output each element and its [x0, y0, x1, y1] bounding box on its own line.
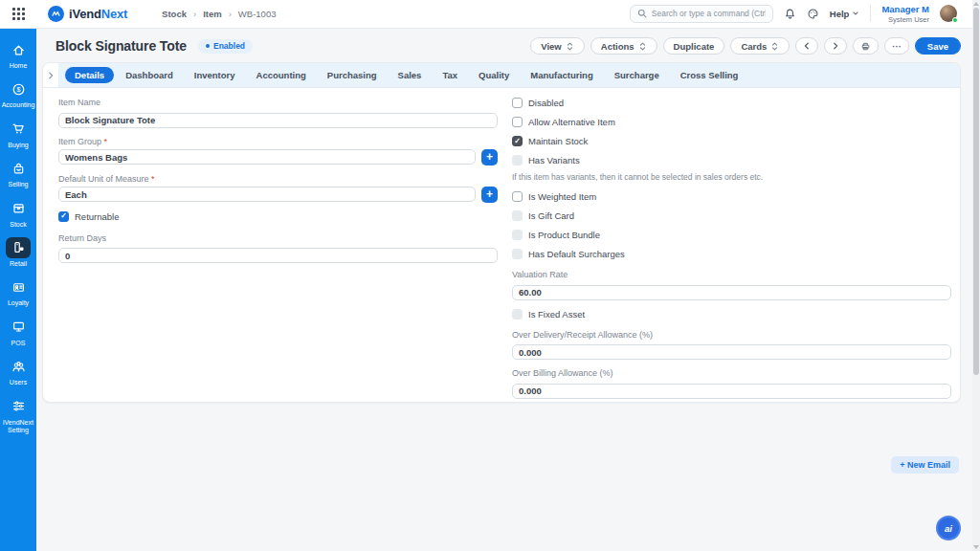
save-button[interactable]: Save: [915, 37, 961, 55]
sidebar-item-stock[interactable]: Stock: [0, 194, 36, 231]
sidebar-item-accounting[interactable]: $ Accounting: [0, 75, 36, 112]
tab-cross-selling[interactable]: Cross Selling: [671, 67, 748, 83]
sidebar-item-buying[interactable]: Buying: [0, 115, 36, 152]
theme-palette-icon[interactable]: [807, 8, 819, 20]
sidebar-item-pos[interactable]: POS: [0, 313, 36, 350]
tab-purchasing[interactable]: Purchasing: [318, 67, 387, 83]
checkbox-disabled-icon: [512, 155, 523, 165]
more-menu-button[interactable]: ···: [884, 37, 909, 55]
has-variants-checkbox[interactable]: Has Variants: [512, 155, 951, 165]
disabled-checkbox[interactable]: Disabled: [512, 98, 951, 108]
tab-accounting[interactable]: Accounting: [247, 67, 316, 83]
page-title: Block Signature Tote: [56, 38, 187, 54]
tabs: Details Dashboard Inventory Accounting P…: [59, 63, 960, 87]
tab-tax[interactable]: Tax: [433, 67, 467, 83]
sidebar-item-users[interactable]: Users: [0, 352, 36, 389]
shopping-bag-icon: [6, 158, 31, 179]
accounting-icon: $: [6, 78, 31, 99]
sidebar-item-retail[interactable]: Retail: [0, 233, 36, 271]
global-search[interactable]: [630, 5, 773, 23]
avatar[interactable]: [940, 5, 957, 22]
chevron-down-icon: [852, 10, 859, 17]
ivendnext-logo[interactable]: iVendNext: [48, 6, 127, 22]
scroll-down-arrow[interactable]: [972, 543, 980, 551]
returnable-checkbox[interactable]: Returnable: [58, 211, 498, 222]
tab-quality[interactable]: Quality: [469, 67, 519, 83]
sidebar-label: iVendNext Setting: [0, 419, 36, 435]
prev-record-button[interactable]: [795, 37, 818, 55]
sidebar-label: Selling: [8, 181, 28, 188]
notifications-bell-icon[interactable]: [784, 8, 796, 20]
valuation-rate-field[interactable]: [512, 285, 951, 300]
tab-dashboard[interactable]: Dashboard: [116, 67, 183, 83]
view-button[interactable]: View: [530, 37, 584, 55]
expand-sidebar-button[interactable]: [43, 63, 59, 87]
duplicate-button[interactable]: Duplicate: [663, 37, 725, 55]
tab-details[interactable]: Details: [65, 67, 114, 83]
item-form-card: Details Dashboard Inventory Accounting P…: [42, 62, 961, 403]
over-billing-group: Over Billing Allowance (%): [512, 368, 951, 399]
sidebar-label: Accounting: [2, 101, 35, 109]
valuation-rate-group: Valuation Rate: [512, 270, 951, 300]
required-asterisk: *: [151, 174, 155, 184]
home-icon: [6, 39, 31, 60]
add-item-group-button[interactable]: [481, 149, 498, 165]
package-icon: [6, 198, 31, 219]
retail-pos-icon: [6, 237, 31, 258]
is-gift-card-checkbox[interactable]: Is Gift Card: [512, 210, 951, 221]
has-default-surcharges-checkbox[interactable]: Has Default Surcharges: [512, 249, 951, 259]
allow-alternative-item-checkbox[interactable]: Allow Alternative Item: [512, 117, 951, 127]
scroll-up-arrow[interactable]: [972, 0, 980, 8]
sidebar-item-ivendnext-setting[interactable]: iVendNext Setting: [0, 392, 36, 438]
over-delivery-field[interactable]: [512, 344, 951, 360]
tab-strip: Details Dashboard Inventory Accounting P…: [43, 63, 960, 88]
breadcrumb-item[interactable]: Item: [203, 9, 222, 19]
header-actions: View Actions Duplicate Cards: [530, 37, 961, 55]
checkbox-icon: [512, 117, 523, 127]
returnable-label: Returnable: [75, 211, 119, 222]
sidebar-label: Stock: [10, 221, 27, 229]
select-caret-icon: [770, 41, 779, 52]
print-button[interactable]: [853, 37, 879, 55]
checkbox-icon: [512, 98, 523, 108]
new-email-button[interactable]: + New Email: [891, 456, 959, 474]
sidebar-label: Buying: [8, 142, 28, 149]
over-billing-field[interactable]: [512, 384, 951, 399]
breadcrumb-stock[interactable]: Stock: [162, 9, 187, 19]
next-record-button[interactable]: [824, 37, 847, 55]
tab-inventory[interactable]: Inventory: [185, 67, 245, 83]
is-weighted-item-checkbox[interactable]: Is Weighted Item: [512, 191, 951, 202]
uom-field[interactable]: [58, 187, 476, 202]
actions-button[interactable]: Actions: [590, 37, 657, 55]
is-fixed-asset-label: Is Fixed Asset: [528, 309, 585, 320]
cards-label: Cards: [741, 41, 767, 52]
tab-sales[interactable]: Sales: [389, 67, 432, 83]
sidebar-item-home[interactable]: Home: [0, 35, 36, 73]
ellipsis-icon: ···: [892, 41, 902, 52]
add-uom-button[interactable]: [481, 187, 498, 203]
return-days-field[interactable]: [58, 248, 498, 263]
item-group-field[interactable]: [58, 149, 476, 165]
svg-text:$: $: [16, 86, 20, 93]
help-menu[interactable]: Help: [830, 9, 860, 19]
sidebar-item-loyalty[interactable]: Loyalty: [0, 273, 36, 310]
item-name-field[interactable]: [58, 113, 498, 128]
maintain-stock-checkbox[interactable]: Maintain Stock: [512, 136, 951, 146]
maintain-stock-label: Maintain Stock: [528, 136, 588, 146]
cards-button[interactable]: Cards: [730, 37, 790, 55]
tab-surcharge[interactable]: Surcharge: [605, 67, 669, 83]
printer-icon: [860, 41, 871, 52]
user-menu[interactable]: Manager M System User: [881, 4, 929, 23]
is-product-bundle-checkbox[interactable]: Is Product Bundle: [512, 230, 951, 240]
tab-manufacturing[interactable]: Manufacturing: [521, 67, 602, 83]
search-input[interactable]: [652, 9, 766, 18]
ai-assistant-fab[interactable]: ai: [936, 516, 961, 540]
is-fixed-asset-checkbox[interactable]: Is Fixed Asset: [512, 309, 951, 320]
item-name-label: Item Name: [58, 98, 498, 107]
sidebar-item-selling[interactable]: Selling: [0, 154, 36, 191]
scrollbar-thumb[interactable]: [973, 8, 979, 375]
select-caret-icon: [566, 41, 574, 52]
app-grid-icon[interactable]: [10, 6, 27, 23]
logo-mark-icon: [48, 6, 64, 22]
variants-help-text: If this item has variants, then it canno…: [512, 172, 951, 182]
